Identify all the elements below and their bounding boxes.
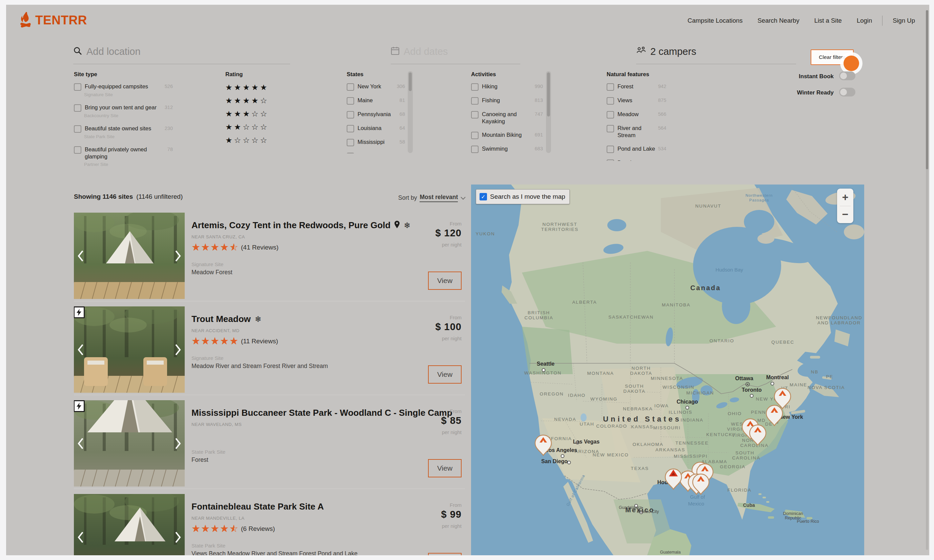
scrollbar-thumb[interactable] [547, 72, 550, 117]
checkbox-icon[interactable] [347, 125, 354, 132]
campers-input[interactable]: 2 campers [636, 45, 696, 58]
browser-scrollbar-thumb[interactable] [926, 10, 928, 169]
checkbox-icon[interactable] [74, 104, 81, 112]
checkbox-icon[interactable] [607, 83, 614, 91]
filter-checkbox-row[interactable]: Canoeing and Kayaking747 [471, 111, 543, 125]
filter-checkbox-row[interactable]: Mississippi58 [347, 138, 405, 146]
checkbox-icon[interactable] [471, 83, 479, 91]
checkbox-icon[interactable] [347, 153, 354, 153]
view-button[interactable]: View [428, 272, 462, 290]
search-as-move-control[interactable]: ✓ Search as I move the map [476, 189, 570, 204]
checkbox-icon[interactable] [74, 125, 81, 133]
campsite-photo[interactable] [74, 400, 185, 486]
checkbox-icon[interactable] [74, 146, 81, 154]
zoom-out-button[interactable]: − [837, 206, 853, 223]
filter-checkbox-row[interactable]: California54 [347, 152, 405, 153]
scrollbar-thumb[interactable] [409, 72, 412, 91]
zoom-in-button[interactable]: + [837, 189, 853, 206]
site-title[interactable]: Trout Meadow❄ [191, 314, 262, 325]
nav-sign-up[interactable]: Sign Up [893, 17, 915, 25]
filter-option-label: River and Stream [618, 125, 655, 139]
filter-checkbox-row[interactable]: Fishing813 [471, 97, 543, 105]
checkbox-icon[interactable] [471, 132, 479, 139]
price-per-label: per night [442, 242, 462, 248]
map-pin-cluster[interactable] [665, 469, 682, 489]
filter-checkbox-row[interactable]: Fully-equipped campsites526 [74, 83, 173, 91]
filter-checkbox-row[interactable]: Louisiana64 [347, 125, 405, 132]
winter-ready-toggle[interactable] [839, 88, 855, 97]
nav-campsite-locations[interactable]: Campsite Locations [688, 17, 743, 25]
map-label: YUKON [475, 231, 495, 236]
campers-value: 2 campers [650, 46, 696, 57]
map-canvas[interactable]: CanadaUnited StatesMexicoHudson BayNorth… [471, 185, 864, 555]
campsite-photo[interactable] [74, 494, 185, 555]
filter-checkbox-row[interactable]: Beautiful privately owned glamping78 [74, 146, 173, 160]
checkbox-icon[interactable] [471, 111, 479, 118]
filter-checkbox-row[interactable]: Forest942 [607, 83, 666, 91]
filter-checkbox-row[interactable]: Mountain Biking691 [471, 131, 543, 139]
view-button[interactable]: View [428, 553, 462, 555]
filter-checkbox-row[interactable]: Pennsylvania68 [347, 111, 405, 118]
filter-checkbox-row[interactable]: Maine81 [347, 97, 405, 105]
checkbox-checked-icon[interactable]: ✓ [480, 193, 487, 200]
carousel-next-icon[interactable] [174, 249, 182, 263]
view-button[interactable]: View [428, 365, 462, 384]
checkbox-icon[interactable] [471, 97, 479, 105]
filter-option-label: Mountain Biking [482, 131, 522, 138]
view-button[interactable]: View [428, 459, 462, 477]
sort-control[interactable]: Sort by Most relevant [398, 194, 466, 202]
checkbox-icon[interactable] [471, 146, 479, 153]
checkbox-icon[interactable] [347, 83, 354, 91]
campsite-photo[interactable] [74, 212, 185, 299]
filter-checkbox-row[interactable]: Hiking990 [471, 83, 543, 91]
carousel-next-icon[interactable] [174, 437, 182, 450]
checkbox-icon[interactable] [607, 146, 614, 153]
campsite-photo[interactable] [74, 306, 185, 393]
rating-filter-row-2-stars[interactable]: ★★☆☆☆ [225, 123, 269, 132]
nav-list-a-site[interactable]: List a Site [814, 17, 842, 25]
dates-input[interactable]: Add dates [391, 45, 448, 58]
rating-filter-row-1-stars[interactable]: ★☆☆☆☆ [225, 136, 269, 145]
site-title[interactable]: Artemis, Cozy Tent in the Redwoods, Pure… [191, 220, 411, 231]
checkbox-icon[interactable] [607, 111, 614, 118]
site-location: NEAR WAVELAND, MS [191, 422, 242, 427]
carousel-next-icon[interactable] [174, 343, 182, 357]
activities-scrollbar[interactable] [546, 71, 551, 153]
filter-checkbox-row[interactable]: Swimming683 [471, 145, 543, 153]
carousel-next-icon[interactable] [174, 531, 182, 544]
sort-value[interactable]: Most relevant [420, 194, 458, 202]
instant-book-toggle[interactable] [839, 71, 855, 80]
carousel-prev-icon[interactable] [77, 531, 85, 544]
carousel-prev-icon[interactable] [77, 437, 85, 450]
nav-login[interactable]: Login [857, 17, 872, 25]
filter-checkbox-row[interactable]: Views875 [607, 97, 666, 105]
nav-search-nearby[interactable]: Search Nearby [757, 17, 799, 25]
filter-checkbox-row[interactable]: Bring your own tent and gear312 [74, 104, 173, 112]
checkbox-icon[interactable] [347, 111, 354, 118]
filter-checkbox-row[interactable]: Meadow566 [607, 111, 666, 118]
checkbox-icon[interactable] [347, 139, 354, 146]
checkbox-icon[interactable] [607, 97, 614, 105]
rating-filter-row-5-stars[interactable]: ★★★★★ [225, 83, 269, 92]
rating-filter-row-3-stars[interactable]: ★★★☆☆ [225, 109, 269, 118]
checkbox-icon[interactable] [347, 97, 354, 105]
filter-checkbox-row[interactable]: Pond and Lake534 [607, 145, 666, 153]
site-title[interactable]: Fontainebleau State Park Site A [191, 502, 324, 512]
carousel-prev-icon[interactable] [77, 343, 85, 357]
map[interactable]: CanadaUnited StatesMexicoHudson BayNorth… [471, 185, 864, 555]
filter-checkbox-row[interactable]: Beautiful state owned sites230 [74, 125, 173, 133]
checkbox-icon[interactable] [74, 83, 81, 91]
filter-option-count: 747 [532, 111, 543, 117]
site-title[interactable]: Mississippi Buccaneer State Park - Woodl… [191, 408, 452, 418]
map-label: Toronto [741, 387, 761, 393]
filter-checkbox-row[interactable]: New York306 [347, 83, 405, 91]
filter-checkbox-row[interactable]: Beach149 [607, 159, 666, 161]
states-scrollbar[interactable] [408, 71, 413, 153]
filter-checkbox-row[interactable]: River and Stream564 [607, 125, 666, 139]
location-search-input[interactable]: Add location [73, 45, 140, 58]
checkbox-icon[interactable] [607, 125, 614, 132]
rating-filter-row-4-stars[interactable]: ★★★★☆ [225, 96, 269, 105]
carousel-prev-icon[interactable] [77, 249, 85, 263]
checkbox-icon[interactable] [607, 160, 614, 161]
tentrr-logo[interactable]: TENTRR [19, 12, 87, 29]
